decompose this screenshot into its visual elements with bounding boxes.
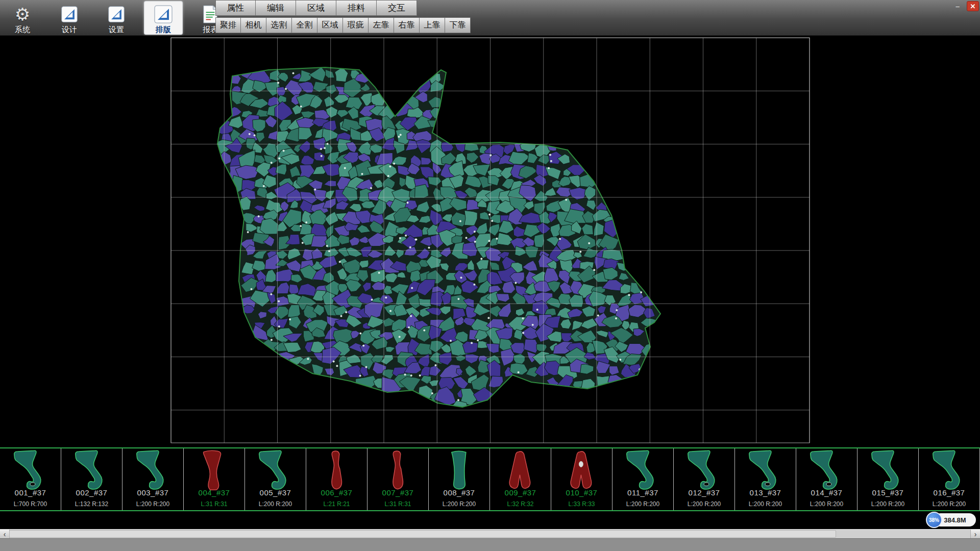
app-window: ⚙ 系统 设计 设置 排版 — [0, 0, 980, 551]
toolbar-button-cluster-nest[interactable]: 聚排 — [215, 17, 241, 33]
menu-tab-row: 属性编辑区域排料交互 — [215, 0, 471, 16]
triangle-icon-wrap — [59, 4, 80, 24]
piece-lr-label: L:200 R:200 — [429, 500, 489, 508]
piece-lr-label: L:200 R:200 — [796, 500, 857, 508]
bottom-filler — [0, 538, 980, 551]
gear-icon: ⚙ — [15, 4, 30, 24]
triangle-icon-wrap — [106, 4, 127, 24]
piece-thumbnail-013_#37[interactable]: 013_#37 L:200 R:200 — [735, 448, 796, 510]
piece-thumbnail-015_#37[interactable]: 015_#37 L:200 R:200 — [857, 448, 919, 510]
app-mode-buttons: ⚙ 系统 设计 设置 排版 — [3, 1, 230, 35]
menu-tab-interaction[interactable]: 交互 — [377, 0, 417, 16]
piece-thumbnail-007_#37[interactable]: 007_#37 L:31 R:31 — [368, 448, 429, 510]
toolbar-button-camera[interactable]: 相机 — [241, 17, 266, 33]
tool-button-row: 聚排相机选割全割区域瑕疵左靠右靠上靠下靠 — [215, 17, 471, 33]
piece-id-label: 014_#37 — [796, 488, 857, 497]
piece-thumbnail-014_#37[interactable]: 014_#37 L:200 R:200 — [796, 448, 857, 510]
piece-id-label: 011_#37 — [612, 488, 673, 497]
toolbar-button-snap-right[interactable]: 右靠 — [394, 17, 420, 33]
scroll-left-arrow[interactable]: ‹ — [0, 530, 10, 538]
horizontal-scrollbar[interactable]: ‹ › — [0, 529, 980, 538]
piece-lr-label: L:200 R:200 — [919, 500, 979, 508]
piece-thumbnail-002_#37[interactable]: 002_#37 L:132 R:132 — [61, 448, 122, 510]
close-button[interactable]: ✕ — [967, 1, 979, 11]
piece-shape — [923, 449, 976, 494]
piece-shape — [188, 449, 241, 494]
piece-shape — [127, 449, 180, 494]
app-button-settings[interactable]: 设置 — [97, 1, 136, 35]
piece-lr-label: L:31 R:31 — [368, 500, 428, 508]
toolbar-button-snap-top[interactable]: 上靠 — [420, 17, 445, 33]
piece-id-label: 003_#37 — [122, 488, 183, 497]
piece-lr-label: L:200 R:200 — [674, 500, 734, 508]
app-button-label: 系统 — [15, 25, 30, 34]
toolbar-button-select-cut[interactable]: 选割 — [266, 17, 292, 33]
piece-id-label: 012_#37 — [674, 488, 734, 497]
piece-id-label: 006_#37 — [306, 488, 367, 497]
piece-shape — [800, 449, 853, 494]
toolbar-button-cut-all[interactable]: 全割 — [292, 17, 317, 33]
piece-lr-label: L:200 R:200 — [612, 500, 673, 508]
window-controls: – ✕ — [951, 1, 979, 11]
piece-shape — [617, 449, 670, 494]
triangle-icon-wrap — [153, 4, 174, 24]
triangle-icon — [153, 4, 174, 24]
menu-tab-property[interactable]: 属性 — [215, 0, 256, 16]
piece-shape — [494, 449, 547, 494]
scroll-right-arrow[interactable]: › — [970, 530, 980, 538]
piece-thumbnail-008_#37[interactable]: 008_#37 L:200 R:200 — [429, 448, 490, 510]
piece-id-label: 004_#37 — [184, 488, 244, 497]
piece-id-label: 016_#37 — [919, 488, 979, 497]
piece-thumbnail-005_#37[interactable]: 005_#37 L:200 R:200 — [245, 448, 306, 510]
piece-lr-label: L:200 R:200 — [122, 500, 183, 508]
piece-id-label: 005_#37 — [245, 488, 306, 497]
app-button-layout[interactable]: 排版 — [144, 1, 183, 35]
piece-thumbnail-004_#37[interactable]: 004_#37 L:31 R:31 — [184, 448, 245, 510]
app-button-system[interactable]: ⚙ 系统 — [3, 1, 42, 35]
piece-thumbnail-012_#37[interactable]: 012_#37 L:200 R:200 — [674, 448, 735, 510]
piece-thumbnail-003_#37[interactable]: 003_#37 L:200 R:200 — [122, 448, 184, 510]
piece-shape — [555, 449, 608, 494]
top-toolbar: ⚙ 系统 设计 设置 排版 — [0, 0, 980, 36]
piece-lr-label: L:32 R:32 — [490, 500, 551, 508]
menu-tab-nesting[interactable]: 排料 — [336, 0, 377, 16]
status-bar: 38% 384.8M — [0, 511, 980, 529]
piece-lr-label: L:21 R:21 — [306, 500, 367, 508]
toolbar-button-defect[interactable]: 瑕疵 — [343, 17, 369, 33]
piece-lr-label: L:200 R:200 — [735, 500, 796, 508]
triangle-icon — [60, 5, 79, 23]
app-button-label: 设置 — [109, 25, 124, 34]
piece-lr-label: L:31 R:31 — [184, 500, 244, 508]
piece-thumbnail-009_#37[interactable]: 009_#37 L:32 R:32 — [490, 448, 551, 510]
piece-thumbnail-011_#37[interactable]: 011_#37 L:200 R:200 — [612, 448, 674, 510]
piece-id-label: 009_#37 — [490, 488, 551, 497]
piece-id-label: 002_#37 — [61, 488, 122, 497]
piece-shape — [4, 449, 57, 494]
app-button-label: 设计 — [62, 25, 77, 34]
piece-shape — [739, 449, 792, 494]
piece-shape — [678, 449, 731, 494]
piece-thumbnail-006_#37[interactable]: 006_#37 L:21 R:21 — [306, 448, 368, 510]
toolbar-button-snap-bottom[interactable]: 下靠 — [445, 17, 471, 33]
app-button-label: 排版 — [156, 25, 171, 34]
toolbar-button-snap-left[interactable]: 左靠 — [369, 17, 394, 33]
piece-lr-label: L:132 R:132 — [61, 500, 122, 508]
minimize-button[interactable]: – — [951, 1, 964, 11]
piece-thumbnail-010_#37[interactable]: 010_#37 L:33 R:33 — [551, 448, 612, 510]
piece-id-label: 007_#37 — [368, 488, 428, 497]
piece-lr-label: L:33 R:33 — [551, 500, 612, 508]
menu-tab-edit[interactable]: 编辑 — [256, 0, 296, 16]
toolbar-button-region[interactable]: 区域 — [317, 17, 343, 33]
piece-id-label: 013_#37 — [735, 488, 796, 497]
piece-thumbnail-001_#37[interactable]: 001_#37 L:700 R:700 — [0, 448, 61, 510]
piece-id-label: 008_#37 — [429, 488, 489, 497]
scrollbar-thumb[interactable] — [9, 530, 836, 538]
piece-shape — [433, 449, 486, 494]
menu-tab-region[interactable]: 区域 — [296, 0, 336, 16]
nesting-canvas[interactable] — [0, 36, 980, 447]
piece-thumbnail-016_#37[interactable]: 016_#37 L:200 R:200 — [919, 448, 980, 510]
piece-shape — [249, 449, 302, 494]
progress-badge: 38% — [926, 512, 942, 528]
app-button-design[interactable]: 设计 — [50, 1, 89, 35]
piece-id-label: 015_#37 — [857, 488, 918, 497]
